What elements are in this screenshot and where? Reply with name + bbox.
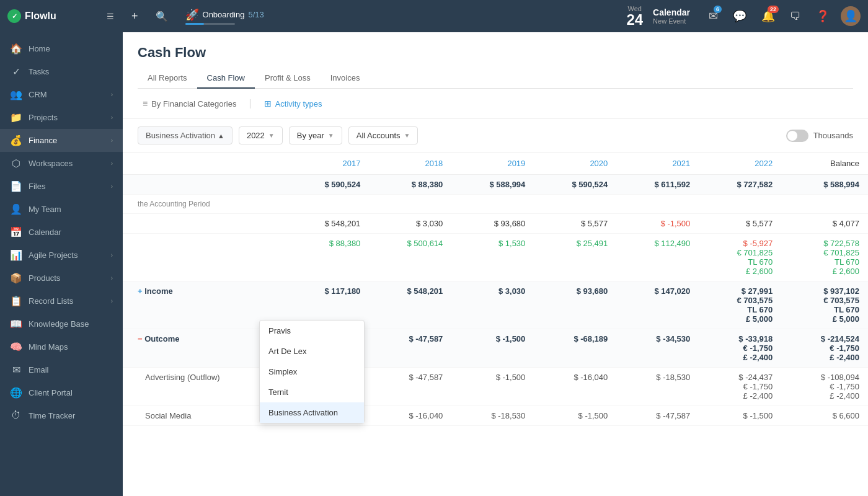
chat-button[interactable]: 💬 bbox=[729, 6, 750, 27]
biz-option-pravis[interactable]: Pravis bbox=[260, 321, 364, 341]
tab-cash-flow[interactable]: Cash Flow bbox=[197, 68, 255, 89]
activity-icon: ⊞ bbox=[264, 99, 272, 108]
add-button[interactable]: + bbox=[126, 7, 143, 25]
cell-balance: $ 4,077 bbox=[781, 214, 868, 234]
cell-2021: $ 611,592 bbox=[616, 175, 699, 195]
activity-types-button[interactable]: ⊞ Activity types bbox=[259, 96, 327, 111]
activity-types-label: Activity types bbox=[275, 99, 322, 108]
sidebar-item-tasks[interactable]: ✓ Tasks bbox=[0, 60, 123, 83]
outcome-multi-2022: $ -33,918 € -1,750 £ -2,400 bbox=[707, 334, 773, 362]
tab-all-reports[interactable]: All Reports bbox=[138, 68, 197, 89]
sidebar-item-calendar[interactable]: 📅 Calendar bbox=[0, 221, 123, 244]
sidebar-item-finance[interactable]: 💰 Finance › bbox=[0, 129, 123, 152]
sidebar-item-files[interactable]: 📄 Files › bbox=[0, 175, 123, 198]
home-icon: 🏠 bbox=[10, 43, 22, 55]
sidebar-item-timetracker[interactable]: ⏱ Time Tracker bbox=[0, 404, 123, 427]
files-icon: 📄 bbox=[10, 180, 22, 192]
table-row: $ 548,201 $ 3,030 $ 93,680 $ 5,577 $ -1,… bbox=[123, 214, 868, 234]
sidebar-item-knowledgebase[interactable]: 📖 Knowledge Base bbox=[0, 312, 123, 335]
tab-invoices[interactable]: Invoices bbox=[321, 68, 370, 89]
sidebar-item-agile[interactable]: 📊 Agile Projects › bbox=[0, 244, 123, 267]
recordlists-icon: 📋 bbox=[10, 295, 22, 307]
hamburger-button[interactable]: ☰ bbox=[102, 9, 119, 24]
sidebar-label-finance: Finance bbox=[29, 136, 105, 145]
projects-icon: 📁 bbox=[10, 112, 22, 123]
business-dropdown-button[interactable]: Business Activation ▲ bbox=[138, 126, 232, 144]
comments-button[interactable]: 🗨 bbox=[786, 6, 805, 27]
outcome-eur: € -1,750 bbox=[707, 343, 773, 353]
table-row: $ 590,524 $ 88,380 $ 588,994 $ 590,524 $… bbox=[123, 175, 868, 195]
tab-profit-loss[interactable]: Profit & Loss bbox=[255, 68, 321, 89]
col-header-2022[interactable]: 2022 bbox=[699, 153, 781, 175]
sidebar-item-products[interactable]: 📦 Products › bbox=[0, 267, 123, 290]
biz-option-simplex[interactable]: Simplex bbox=[260, 361, 364, 382]
advertising-2020: $ -16,040 bbox=[534, 368, 616, 406]
thousands-toggle[interactable] bbox=[786, 130, 808, 142]
sidebar-item-clientportal[interactable]: 🌐 Client Portal bbox=[0, 381, 123, 404]
sidebar-item-projects[interactable]: 📁 Projects › bbox=[0, 106, 123, 129]
user-avatar[interactable]: 👤 bbox=[841, 6, 861, 26]
col-header-2018[interactable]: 2018 bbox=[369, 153, 451, 175]
advertising-multi-2022: $ -24,437 € -1,750 £ -2,400 bbox=[707, 373, 773, 401]
income-2021: $ 147,020 bbox=[616, 281, 699, 329]
income-gbp-bal: £ 5,000 bbox=[790, 314, 859, 324]
sidebar-item-workspaces[interactable]: ⬡ Workspaces › bbox=[0, 152, 123, 175]
sidebar-item-home[interactable]: 🏠 Home bbox=[0, 37, 123, 60]
col-header-2017[interactable]: 2017 bbox=[286, 153, 369, 175]
onboarding-label: 🚀 Onboarding 5/13 bbox=[185, 8, 264, 22]
period-dropdown-button[interactable]: By year ▼ bbox=[289, 126, 342, 144]
sidebar-item-myteam[interactable]: 👤 My Team bbox=[0, 198, 123, 221]
cell-eur-bal: € 701,825 bbox=[790, 248, 859, 257]
accounts-dropdown-button[interactable]: All Accounts ▼ bbox=[348, 126, 418, 144]
row-label bbox=[123, 234, 286, 281]
sidebar-label-clientportal: Client Portal bbox=[29, 388, 113, 397]
sidebar-label-recordlists: Record Lists bbox=[29, 296, 105, 306]
filter-lines-icon: ≡ bbox=[143, 99, 148, 108]
col-header-balance: Balance bbox=[781, 153, 868, 175]
email-icon: ✉ bbox=[10, 364, 22, 376]
cell-2022: $ -5,927 € 701,825 TL 670 £ 2,600 bbox=[699, 234, 781, 281]
business-dropdown-menu: Pravis Art De Lex Simplex Ternit Busines… bbox=[259, 320, 365, 423]
mail-button[interactable]: ✉ 6 bbox=[705, 6, 722, 27]
col-header-2019[interactable]: 2019 bbox=[451, 153, 534, 175]
col-header-2021[interactable]: 2021 bbox=[616, 153, 699, 175]
sidebar-label-timetracker: Time Tracker bbox=[29, 411, 113, 420]
outcome-usd: $ -33,918 bbox=[707, 334, 773, 343]
year-dropdown-arrow: ▼ bbox=[268, 132, 275, 139]
sidebar-item-mindmaps[interactable]: 🧠 Mind Maps bbox=[0, 335, 123, 358]
business-label: Business Activation bbox=[146, 131, 215, 140]
income-tl-bal: TL 670 bbox=[790, 305, 859, 314]
outcome-row: − Outcome $ -28,800 $ -47,587 $ -1,500 $… bbox=[123, 329, 868, 368]
col-header-2020[interactable]: 2020 bbox=[534, 153, 616, 175]
biz-option-ternit[interactable]: Ternit bbox=[260, 382, 364, 402]
biz-option-artdelex[interactable]: Art De Lex bbox=[260, 341, 364, 361]
accounts-dropdown-arrow: ▼ bbox=[404, 132, 410, 139]
main-content: Cash Flow All Reports Cash Flow Profit &… bbox=[123, 32, 868, 496]
cell-empty bbox=[534, 195, 616, 214]
cell-gbp: £ 2,600 bbox=[707, 267, 773, 276]
notifications-button[interactable]: 🔔 22 bbox=[758, 6, 779, 27]
table-row: $ 88,380 $ 500,614 $ 1,530 $ 25,491 $ 11… bbox=[123, 234, 868, 281]
table-wrap: 2017 2018 2019 2020 2021 2022 Balance $ … bbox=[123, 153, 868, 438]
calendar-date: 24 bbox=[626, 12, 643, 27]
advertising-2018: $ -47,587 bbox=[369, 368, 451, 406]
sidebar-label-tasks: Tasks bbox=[29, 67, 113, 76]
cell-2018: $ 3,030 bbox=[369, 214, 451, 234]
cell-eur: € 701,825 bbox=[707, 248, 773, 257]
search-button[interactable]: 🔍 bbox=[151, 8, 173, 25]
socialmedia-balance: $ 6,600 bbox=[781, 406, 868, 426]
sidebar-label-myteam: My Team bbox=[29, 205, 113, 214]
year-dropdown-button[interactable]: 2022 ▼ bbox=[239, 126, 283, 144]
sidebar-item-email[interactable]: ✉ Email bbox=[0, 358, 123, 381]
sidebar-label-mindmaps: Mind Maps bbox=[29, 342, 113, 352]
biz-option-bizactivation[interactable]: Business Activation bbox=[260, 402, 364, 423]
outcome-balance: $ -214,524 € -1,750 £ -2,400 bbox=[781, 329, 868, 368]
sidebar-item-recordlists[interactable]: 📋 Record Lists › bbox=[0, 290, 123, 312]
help-button[interactable]: ❓ bbox=[812, 6, 833, 27]
onboarding-widget[interactable]: 🚀 Onboarding 5/13 bbox=[185, 8, 264, 25]
by-financial-categories-button[interactable]: ≡ By Financial Categories bbox=[138, 96, 241, 111]
finance-arrow-icon: › bbox=[111, 137, 113, 144]
income-eur: € 703,575 bbox=[707, 296, 773, 305]
sidebar-item-crm[interactable]: 👥 CRM › bbox=[0, 83, 123, 106]
income-2019: $ 3,030 bbox=[451, 281, 534, 329]
